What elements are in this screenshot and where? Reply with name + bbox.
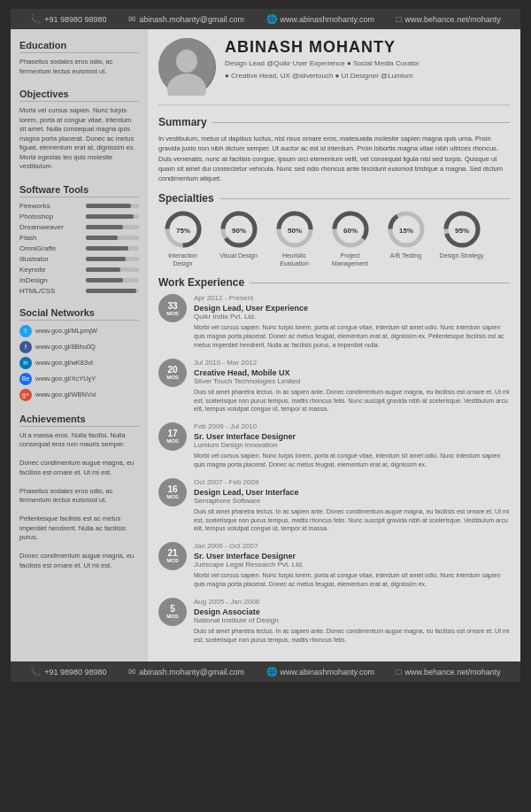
donut-container: 50% <box>275 210 314 249</box>
skill-bar-fill <box>86 246 128 251</box>
specialty-name: Project Management <box>326 251 374 267</box>
objectives-section: Objectives Morbi vel cursus sapien. Nunc… <box>19 89 139 172</box>
education-title: Education <box>19 40 139 53</box>
work-badge: 21 MOS <box>158 542 187 570</box>
achievements-text: Ut a massa eros. Nulla facilisi. Nulla c… <box>19 431 139 571</box>
work-company: National Institute of Design <box>194 616 510 624</box>
work-role: Creative Head, Mobile UX <box>194 368 510 377</box>
objectives-text: Morbi vel cursus sapien. Nunc turpis lor… <box>19 106 139 172</box>
skill-bar-bg <box>86 204 139 208</box>
skill-item: Photoshop <box>19 213 139 220</box>
specialties-heading: Specialties <box>158 192 510 205</box>
profile-info: ABINASH MOHANTY Design Lead @Quikr User … <box>225 38 510 81</box>
work-badge: 5 MOS <box>158 598 187 626</box>
work-role: Design Lead, User Interface <box>194 488 510 497</box>
work-badge: 33 MOS <box>158 294 187 322</box>
social-item: in www.goo.gl/wK83vt <box>19 357 139 369</box>
skill-bar-fill <box>86 257 126 261</box>
phone-icon: 📞 <box>30 14 41 24</box>
work-role: Sr. User Interface Designer <box>194 552 510 561</box>
bottom-email-text: abinash.mohanty@gmail.com <box>139 668 244 677</box>
achievements-section: Achievements Ut a massa eros. Nulla faci… <box>19 414 139 571</box>
avatar <box>158 38 216 96</box>
work-badge: 16 MOS <box>158 478 187 507</box>
donut-container: 95% <box>442 210 481 249</box>
social-list: t www.goo.gl/MLpmjW f www.goo.gl/8Bhu0Q … <box>19 325 139 401</box>
skill-item: InDesign <box>19 276 139 284</box>
social-item: t www.goo.gl/MLpmjW <box>19 325 139 337</box>
skill-bar-bg <box>86 214 139 219</box>
skill-bar-bg <box>86 267 139 272</box>
specialty-name: Interaction Design <box>158 251 207 267</box>
specialty-item: 75% Interaction Design <box>158 210 207 267</box>
education-section: Education Phasellus sodales eros odio, a… <box>19 40 139 76</box>
skill-bar-bg <box>86 236 139 240</box>
badge-unit: MOS <box>166 614 179 620</box>
social-link: www.goo.gl/8Bhu0Q <box>35 343 96 351</box>
skill-bar-bg <box>86 289 139 293</box>
behance-text: www.behance.net/mohanty <box>405 15 501 24</box>
work-content: Jan 2006 - Oct 2007 Sr. User Interface D… <box>194 542 510 589</box>
bottom-email: ✉ abinash.mohanty@gmail.com <box>128 667 244 677</box>
work-company: Juriscape Legal Research Pvt. Ltd. <box>194 561 510 568</box>
top-bar-behance: □ www.behance.net/mohanty <box>396 14 501 24</box>
skill-bar-fill <box>86 225 123 229</box>
email-text: abinash.mohanty@gmail.com <box>139 15 244 24</box>
svg-text:15%: 15% <box>398 227 412 235</box>
work-period: Oct 2007 - Feb 2009 <box>194 478 510 486</box>
resume-wrapper: 📞 +91 98980 98980 ✉ abinash.mohanty@gmai… <box>11 9 520 682</box>
badge-num: 16 <box>167 484 177 494</box>
social-link: www.goo.gl/XcYUyY <box>35 375 96 383</box>
specialty-name: A/B Testing <box>390 251 421 259</box>
skill-name: OmniGraffe <box>19 244 81 252</box>
work-badge: 17 MOS <box>158 422 187 451</box>
donut-container: 75% <box>164 210 203 249</box>
work-desc: Morbi vel cursus sapien. Nunc turpis lor… <box>194 323 510 349</box>
work-period: Apr 2012 - Present <box>194 294 510 302</box>
social-link: www.goo.gl/WBNVxi <box>35 391 96 398</box>
skill-bar-fill <box>86 289 136 293</box>
skill-item: Dreamweaver <box>19 223 139 231</box>
badge-num: 5 <box>170 604 175 614</box>
work-content: Apr 2012 - Present Design Lead, User Exp… <box>194 294 510 349</box>
bottom-behance-icon: □ <box>396 667 402 677</box>
specialty-name: Heuristic Evaluation <box>270 251 319 267</box>
top-bar-phone: 📞 +91 98980 98980 <box>30 14 106 24</box>
badge-unit: MOS <box>166 494 179 500</box>
profile-header: ABINASH MOHANTY Design Lead @Quikr User … <box>158 38 510 105</box>
badge-unit: MOS <box>166 375 179 381</box>
specialty-item: 15% A/B Testing <box>381 210 430 267</box>
work-desc: Duis sit amet pharetra lectus. In ac sap… <box>194 507 510 533</box>
top-bar-email: ✉ abinash.mohanty@gmail.com <box>128 14 244 24</box>
specialty-item: 50% Heuristic Evaluation <box>270 210 319 267</box>
bottom-phone: 📞 +91 98980 98980 <box>30 667 106 677</box>
work-content: Oct 2007 - Feb 2009 Design Lead, User In… <box>194 478 510 533</box>
work-role: Sr. User Interface Designer <box>194 432 510 441</box>
skill-bar-fill <box>86 214 134 219</box>
skill-item: Illustrator <box>19 255 139 263</box>
svg-text:95%: 95% <box>454 227 468 235</box>
social-icon: t <box>19 325 32 337</box>
specialty-item: 60% Project Management <box>326 210 374 267</box>
work-item: 33 MOS Apr 2012 - Present Design Lead, U… <box>158 294 510 349</box>
work-company: Quikr India Pvt. Ltd. <box>194 313 510 321</box>
bottom-behance: □ www.behance.net/mohanty <box>396 667 501 677</box>
skill-bar-fill <box>86 236 118 240</box>
skill-bar-fill <box>86 204 131 208</box>
svg-text:90%: 90% <box>231 227 245 235</box>
work-desc: Duis sit amet pharetra lectus. In ac sap… <box>194 388 510 414</box>
top-bar: 📞 +91 98980 98980 ✉ abinash.mohanty@gmai… <box>11 9 520 29</box>
social-icon: g+ <box>19 389 32 401</box>
social-section: Social Networks t www.goo.gl/MLpmjW f ww… <box>19 307 139 401</box>
skill-name: Illustrator <box>19 255 81 263</box>
specialty-name: Design Strategy <box>440 251 484 259</box>
skills-list: Fireworks Photoshop Dreamweaver Flash Om… <box>19 202 139 295</box>
skill-bar-bg <box>86 278 139 282</box>
bottom-website-icon: 🌐 <box>266 667 277 677</box>
skill-item: Fireworks <box>19 202 139 210</box>
bottom-behance-text: www.behance.net/mohanty <box>405 668 501 677</box>
bottom-bar: 📞 +91 98980 98980 ✉ abinash.mohanty@gmai… <box>11 661 520 682</box>
objectives-title: Objectives <box>19 89 139 102</box>
work-desc: Morbi vel cursus sapien. Nunc turpis lor… <box>194 452 510 469</box>
work-company: Lumium Design Innovation <box>194 441 510 449</box>
